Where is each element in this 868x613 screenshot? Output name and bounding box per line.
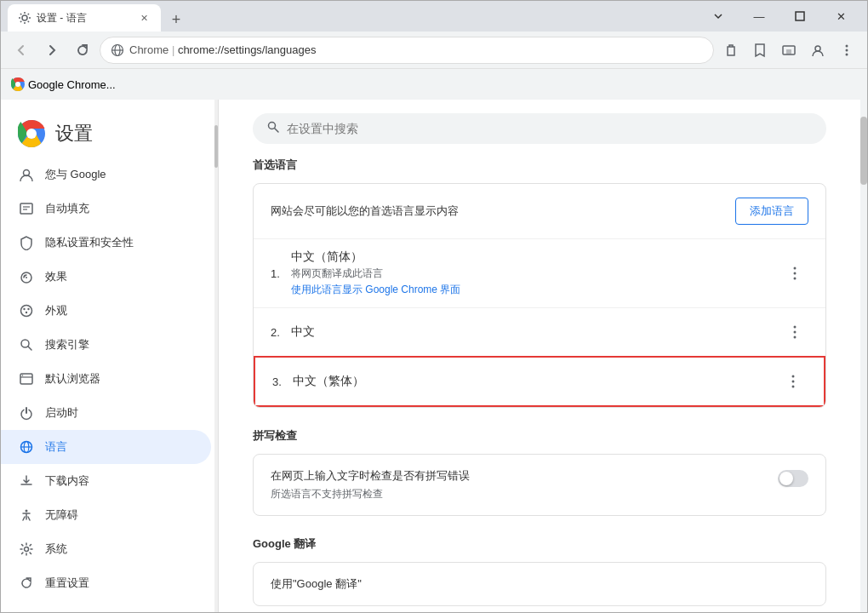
reset-icon [18, 575, 35, 592]
google-translate-label: 使用"Google 翻译" [271, 576, 808, 592]
lang-sub-1: 将网页翻译成此语言 [291, 266, 781, 281]
spell-check-card: 在网页上输入文字时检查是否有拼写错误 所选语言不支持拼写检查 [253, 454, 826, 516]
spell-check-toggle[interactable] [778, 470, 808, 487]
svg-point-12 [15, 82, 20, 87]
sidebar-item-appearance-label: 外观 [45, 303, 201, 318]
minimize-window-button[interactable]: — [740, 3, 779, 30]
sidebar-item-downloads-label: 下载内容 [45, 473, 201, 489]
bookmarks-item[interactable]: Google Chrome... [11, 77, 116, 91]
lang-name-3: 中文（繁体） [293, 374, 779, 389]
language-card-description: 网站会尽可能以您的首选语言显示内容 [271, 203, 459, 219]
forward-button[interactable] [38, 37, 66, 64]
profile-button[interactable] [804, 37, 831, 64]
sidebar-item-privacy[interactable]: 隐私设置和安全性 [1, 226, 218, 260]
sidebar-item-downloads[interactable]: 下载内容 [1, 464, 218, 498]
sidebar-scrollbar-thumb[interactable] [214, 125, 218, 168]
svg-point-37 [794, 267, 797, 270]
nav-action-buttons [717, 37, 860, 64]
close-button[interactable]: ✕ [821, 3, 860, 30]
main-scrollbar-track [860, 100, 867, 612]
share-button[interactable] [717, 37, 745, 64]
search-icon [18, 336, 35, 353]
svg-rect-1 [796, 12, 804, 20]
sidebar-item-performance[interactable]: 效果 [1, 260, 218, 294]
url-path: chrome://settings/languages [178, 43, 317, 56]
svg-point-20 [26, 277, 27, 278]
menu-button[interactable] [833, 37, 860, 64]
spell-check-title: 拼写检查 [219, 428, 860, 444]
language-icon [18, 438, 35, 455]
svg-point-10 [846, 53, 848, 55]
spell-check-item-title: 在网页上输入文字时检查是否有拼写错误 [271, 468, 768, 484]
sidebar-item-autofill[interactable]: 自动填充 [1, 192, 218, 226]
lang-menu-button-3[interactable] [779, 368, 807, 395]
url-display: Chrome | chrome://settings/languages [129, 43, 703, 56]
lang-link-1[interactable]: 使用此语言显示 Google Chrome 界面 [291, 283, 781, 297]
svg-point-38 [794, 272, 797, 275]
main-scrollbar-thumb[interactable] [860, 117, 867, 185]
sidebar-item-system[interactable]: 系统 [1, 532, 218, 566]
svg-point-9 [846, 49, 848, 51]
spell-check-item-sub: 所选语言不支持拼写检查 [271, 487, 768, 501]
cast-button[interactable] [775, 37, 802, 64]
sidebar-item-autofill-label: 自动填充 [45, 201, 201, 216]
sidebar-item-accessibility[interactable]: 无障碍 [1, 498, 218, 532]
sidebar-scrollbar-track [214, 100, 218, 612]
sidebar-item-google[interactable]: 您与 Google [1, 158, 218, 192]
tab-close-button[interactable]: ✕ [137, 11, 151, 25]
sidebar-item-reset[interactable]: 重置设置 [1, 566, 218, 600]
sidebar-item-default-browser[interactable]: 默认浏览器 [1, 362, 218, 396]
sidebar-item-privacy-label: 隐私设置和安全性 [45, 235, 201, 250]
sidebar-item-language[interactable]: 语言 [1, 430, 211, 464]
lang-menu-button-2[interactable] [781, 318, 808, 346]
accessibility-icon [18, 507, 35, 524]
sidebar-item-search[interactable]: 搜索引擎 [1, 328, 218, 362]
sidebar-item-startup[interactable]: 启动时 [1, 396, 218, 430]
autofill-icon [18, 200, 35, 217]
restore-button[interactable] [780, 3, 819, 30]
add-language-button[interactable]: 添加语言 [735, 198, 808, 225]
system-icon [18, 541, 35, 558]
svg-point-43 [792, 375, 795, 378]
svg-line-26 [28, 347, 31, 350]
settings-title: 设置 [55, 121, 93, 146]
preferred-languages-title: 首选语言 [219, 158, 860, 173]
lang-name-1: 中文（简体） [291, 249, 781, 265]
new-tab-button[interactable]: + [164, 8, 188, 32]
toggle-knob [779, 472, 793, 485]
svg-point-33 [26, 510, 28, 513]
active-tab[interactable]: 设置 - 语言 ✕ [8, 4, 161, 32]
lang-info-3: 中文（繁体） [293, 374, 779, 389]
minimize-button[interactable] [699, 3, 738, 30]
tab-title: 设置 - 语言 [37, 11, 132, 26]
back-button[interactable] [8, 37, 35, 64]
sidebar-header: 设置 [1, 106, 218, 158]
svg-rect-6 [786, 49, 791, 54]
search-input[interactable] [287, 122, 813, 135]
site-icon [111, 43, 124, 57]
svg-point-7 [815, 46, 820, 51]
sidebar-item-appearance[interactable]: 外观 [1, 294, 218, 328]
svg-rect-16 [20, 203, 32, 214]
power-icon [18, 404, 35, 421]
reload-button[interactable] [69, 37, 96, 64]
bookmark-button[interactable] [746, 37, 774, 64]
language-item-1: 1. 中文（简体） 将网页翻译成此语言 使用此语言显示 Google Chrom… [254, 238, 825, 307]
shield-icon [18, 234, 35, 251]
lang-info-1: 中文（简体） 将网页翻译成此语言 使用此语言显示 Google Chrome 界… [291, 249, 781, 297]
language-item-2: 2. 中文 [254, 307, 825, 356]
svg-point-40 [794, 326, 797, 329]
lang-menu-button-1[interactable] [781, 260, 808, 287]
sidebar-item-google-label: 您与 Google [45, 167, 201, 182]
palette-icon [18, 302, 35, 319]
title-bar: 设置 - 语言 ✕ + — ✕ [1, 1, 867, 32]
svg-point-44 [792, 381, 795, 383]
search-box[interactable] [253, 113, 826, 144]
sidebar-item-performance-label: 效果 [45, 269, 201, 284]
svg-line-36 [275, 129, 279, 133]
lang-number-1: 1. [271, 267, 284, 280]
lang-number-2: 2. [271, 326, 284, 339]
chrome-label: Chrome [129, 43, 168, 56]
lang-number-3: 3. [272, 375, 286, 388]
address-bar[interactable]: Chrome | chrome://settings/languages [100, 37, 714, 64]
